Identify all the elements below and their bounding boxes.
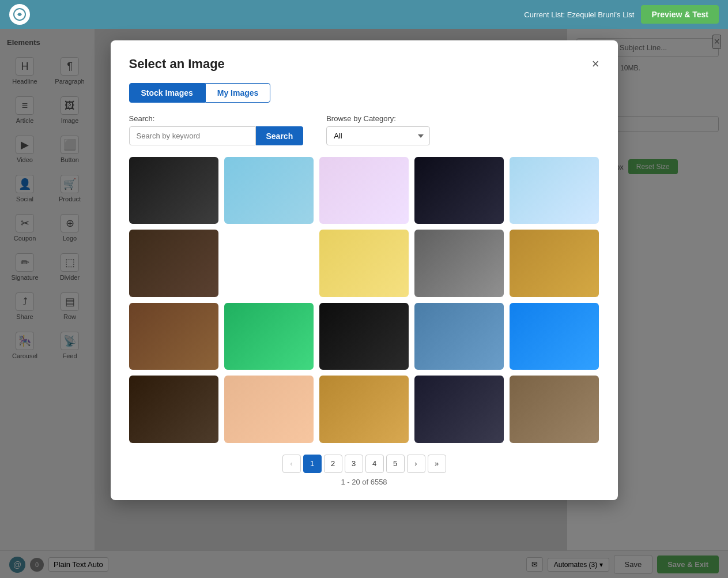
category-group: Browse by Category: All Nature Business … bbox=[326, 114, 430, 145]
image-grid bbox=[129, 157, 599, 443]
pagination-page-5[interactable]: 5 bbox=[386, 455, 405, 473]
modal-title: Select an Image bbox=[129, 57, 225, 72]
modal-header: Select an Image × bbox=[129, 57, 599, 72]
image-cell[interactable] bbox=[319, 230, 409, 296]
header-right: Current List: Ezequiel Bruni's List Prev… bbox=[524, 5, 719, 24]
modal-overlay: Select an Image × Stock Images My Images… bbox=[0, 29, 728, 578]
image-cell[interactable] bbox=[129, 376, 218, 442]
pagination-last[interactable]: » bbox=[428, 455, 446, 473]
image-cell[interactable] bbox=[224, 303, 314, 370]
pagination-prev[interactable]: ‹ bbox=[282, 455, 301, 473]
search-area: Search: Search Browse by Category: All N… bbox=[129, 114, 599, 145]
image-cell[interactable] bbox=[414, 303, 504, 370]
image-cell[interactable] bbox=[414, 157, 504, 224]
image-cell[interactable] bbox=[129, 303, 218, 370]
image-cell[interactable] bbox=[510, 376, 599, 442]
current-list-label: Current List: Ezequiel Bruni's List bbox=[524, 10, 634, 19]
pagination-next[interactable]: › bbox=[407, 455, 425, 473]
image-cell[interactable] bbox=[129, 157, 218, 224]
image-cell[interactable] bbox=[224, 376, 314, 442]
app-body: Elements H Headline ¶ Paragraph ≡ Articl… bbox=[0, 29, 728, 578]
image-cell[interactable] bbox=[414, 230, 504, 296]
image-cell[interactable] bbox=[414, 376, 504, 442]
image-cell[interactable] bbox=[129, 230, 218, 296]
pagination-page-2[interactable]: 2 bbox=[324, 455, 342, 473]
search-label: Search: bbox=[129, 114, 304, 123]
app-logo bbox=[9, 4, 30, 25]
modal-close-button[interactable]: × bbox=[592, 57, 599, 72]
modal-tabs: Stock Images My Images bbox=[129, 83, 599, 103]
image-select-modal: Select an Image × Stock Images My Images… bbox=[111, 40, 618, 500]
pagination: ‹ 1 2 3 4 5 › » bbox=[129, 455, 599, 473]
image-cell[interactable] bbox=[224, 157, 314, 224]
tab-my-images[interactable]: My Images bbox=[205, 83, 271, 103]
tab-stock-images[interactable]: Stock Images bbox=[129, 83, 205, 103]
category-label: Browse by Category: bbox=[326, 114, 430, 123]
image-cell[interactable] bbox=[510, 303, 599, 370]
pagination-page-3[interactable]: 3 bbox=[345, 455, 363, 473]
search-group: Search: Search bbox=[129, 114, 304, 145]
preview-test-button[interactable]: Preview & Test bbox=[641, 5, 719, 24]
search-input-row: Search bbox=[129, 126, 304, 145]
category-select[interactable]: All Nature Business People Technology Fo… bbox=[326, 126, 430, 145]
search-input[interactable] bbox=[129, 126, 256, 145]
image-cell[interactable] bbox=[510, 157, 599, 224]
image-cell[interactable] bbox=[510, 230, 599, 296]
image-cell[interactable] bbox=[319, 157, 409, 224]
pagination-info: 1 - 20 of 6558 bbox=[129, 478, 599, 486]
image-cell[interactable] bbox=[319, 303, 409, 370]
app-header: Current List: Ezequiel Bruni's List Prev… bbox=[0, 0, 728, 29]
image-cell[interactable] bbox=[319, 376, 409, 442]
pagination-page-4[interactable]: 4 bbox=[365, 455, 384, 473]
pagination-page-1[interactable]: 1 bbox=[303, 455, 322, 473]
search-button[interactable]: Search bbox=[256, 126, 304, 145]
